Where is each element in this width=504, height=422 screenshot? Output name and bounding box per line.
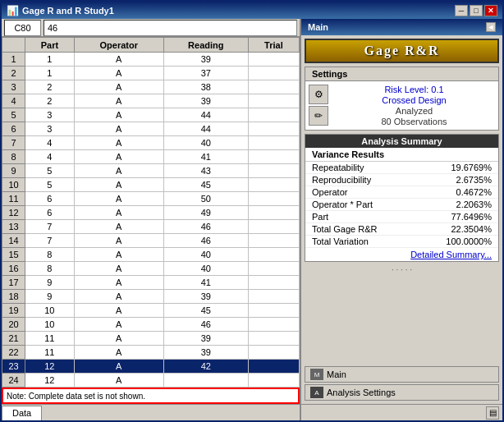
cell-value-input[interactable]: 46: [44, 20, 297, 36]
cell: 41: [163, 150, 248, 164]
table-row[interactable]: 63A44: [2, 122, 300, 136]
row-index: 18: [2, 290, 25, 304]
cell-ref-bar: C80 46: [2, 19, 300, 37]
note-bar: Note: Complete data set is not shown.: [2, 388, 300, 404]
cell: 5: [25, 164, 75, 178]
table-row[interactable]: 2010A46: [2, 318, 300, 332]
table-row[interactable]: 95A43: [2, 164, 300, 178]
title-icon: 📊: [7, 5, 19, 16]
row-index: 11: [2, 192, 25, 206]
analysis-settings-icon: A: [310, 387, 323, 398]
cell: [248, 262, 299, 276]
table-row[interactable]: 1910A45: [2, 304, 300, 318]
table-row[interactable]: 42A39: [2, 94, 300, 108]
cell: 1: [25, 53, 75, 67]
cell: 44: [163, 122, 248, 136]
bottom-icon-bar: ▤: [301, 404, 502, 420]
row-index: 2: [2, 67, 25, 80]
row-index: 4: [2, 94, 25, 108]
table-row[interactable]: 126A49: [2, 206, 300, 220]
row-index: 15: [2, 248, 25, 262]
cell: 39: [163, 346, 248, 360]
cell: 40: [163, 136, 248, 150]
table-row[interactable]: 158A40: [2, 248, 300, 262]
row-index: 16: [2, 262, 25, 276]
table-row[interactable]: 21A37: [2, 67, 300, 80]
cell: A: [74, 67, 163, 80]
data-grid-scroll[interactable]: Part Operator Reading Trial 11A3921A3732…: [2, 37, 300, 388]
cell: A: [74, 360, 163, 374]
cell: A: [74, 290, 163, 304]
panel-header: Main ◄: [301, 19, 502, 35]
table-row[interactable]: 116A50: [2, 192, 300, 206]
cell: 1: [25, 67, 75, 80]
table-row[interactable]: 2412A: [2, 374, 300, 388]
observations-count: 80 Observations: [381, 117, 447, 126]
row-index: 6: [2, 122, 25, 136]
bottom-item-main[interactable]: M Main: [305, 366, 499, 383]
cell: 39: [163, 94, 248, 108]
cell: [248, 374, 299, 388]
data-table: Part Operator Reading Trial 11A3921A3732…: [2, 37, 300, 388]
cell: [248, 234, 299, 248]
col-header-trial: Trial: [248, 38, 299, 53]
table-row[interactable]: 2211A39: [2, 346, 300, 360]
bottom-panels: M Main A Analysis Settings: [301, 365, 502, 404]
minimize-button[interactable]: ─: [455, 5, 468, 16]
table-row[interactable]: 168A40: [2, 262, 300, 276]
cell: 7: [25, 220, 75, 234]
col-header-part: Part: [25, 38, 75, 53]
variance-value: 2.6735%: [456, 175, 492, 185]
row-index: 21: [2, 332, 25, 346]
close-button[interactable]: ✕: [484, 5, 497, 16]
variance-row: Operator * Part2.2063%: [305, 199, 498, 211]
tab-data[interactable]: Data: [2, 406, 42, 420]
note-text: Note: Complete data set is not shown.: [7, 392, 145, 401]
table-row[interactable]: 11A39: [2, 53, 300, 67]
cell: A: [74, 304, 163, 318]
cell: 38: [163, 80, 248, 94]
small-icon-button[interactable]: ▤: [486, 406, 499, 420]
cell: 46: [163, 318, 248, 332]
cell: A: [74, 332, 163, 346]
variance-label: Total Variation: [312, 236, 369, 246]
bottom-item-analysis-settings[interactable]: A Analysis Settings: [305, 384, 499, 401]
cell: 39: [163, 332, 248, 346]
table-row[interactable]: 84A41: [2, 150, 300, 164]
cell: 7: [25, 234, 75, 248]
maximize-button[interactable]: □: [470, 5, 483, 16]
row-index: 3: [2, 80, 25, 94]
table-row[interactable]: 74A40: [2, 136, 300, 150]
cell: 39: [163, 53, 248, 67]
cell-reference-input[interactable]: C80: [4, 20, 41, 36]
cell: A: [74, 178, 163, 192]
cell: A: [74, 248, 163, 262]
table-row[interactable]: 2111A39: [2, 332, 300, 346]
right-content[interactable]: Gage R&R Settings ⚙ ✏ Risk Level: 0.1 Cr…: [301, 35, 502, 365]
cell: [248, 178, 299, 192]
variance-label: Operator: [312, 187, 347, 197]
panel-collapse-button[interactable]: ◄: [486, 22, 496, 32]
cell: [248, 94, 299, 108]
table-row[interactable]: 189A39: [2, 290, 300, 304]
settings-icon-2: ✏: [309, 106, 328, 126]
detailed-summary-link[interactable]: Detailed Summary...: [305, 248, 498, 261]
table-row[interactable]: 2312A42: [2, 360, 300, 374]
table-row[interactable]: 179A41: [2, 276, 300, 290]
row-index: 17: [2, 276, 25, 290]
row-index: 12: [2, 206, 25, 220]
cell: [248, 220, 299, 234]
left-panel: C80 46 Part Operator Reading Trial: [2, 19, 301, 420]
table-row[interactable]: 105A45: [2, 178, 300, 192]
variance-label: Part: [312, 212, 328, 222]
col-header-operator: Operator: [74, 38, 163, 53]
table-row[interactable]: 137A46: [2, 220, 300, 234]
cell: A: [74, 94, 163, 108]
window-title: Gage R and R Study1: [22, 6, 114, 16]
table-row[interactable]: 32A38: [2, 80, 300, 94]
settings-icon-1: ⚙: [309, 85, 328, 104]
table-row[interactable]: 147A46: [2, 234, 300, 248]
tab-bar: Data: [2, 404, 300, 420]
right-panel: Main ◄ Gage R&R Settings ⚙ ✏: [301, 19, 502, 420]
table-row[interactable]: 53A44: [2, 108, 300, 122]
